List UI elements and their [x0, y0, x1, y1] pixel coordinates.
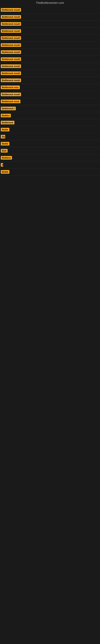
list-item: Bottleneck result [0, 20, 100, 28]
list-item: Bottle [0, 140, 100, 147]
bottleneck-result-badge[interactable]: Bottleneck result [1, 72, 21, 75]
list-item: Bott [0, 147, 100, 154]
list-item: Bottlen [0, 112, 100, 119]
list-item: Bottleneck result [0, 56, 100, 63]
list-item: Bottleneck result [0, 70, 100, 77]
bottleneck-result-badge[interactable]: Bottlen [1, 114, 11, 117]
list-item: Bottleneck result [0, 77, 100, 84]
list-item: Bottleneck [0, 119, 100, 126]
bottleneck-result-badge[interactable]: Bottleneck r [1, 107, 16, 110]
bottleneck-result-badge[interactable]: Bottlens [1, 156, 12, 160]
list-item: Bottlens [0, 154, 100, 162]
bottleneck-result-badge[interactable]: Bottleneck resu [1, 86, 20, 89]
bottleneck-result-badge[interactable]: Bottleneck result [1, 36, 21, 40]
bottleneck-result-badge[interactable]: Bottle [1, 170, 9, 174]
bottleneck-result-badge[interactable]: Bottleneck result [1, 8, 21, 12]
list-item: Bottleneck r [0, 105, 100, 112]
bottleneck-result-badge[interactable]: Bottleneck result [1, 92, 21, 96]
bottleneck-result-badge[interactable]: Bottleneck result [1, 78, 21, 82]
list-item: Bottleneck result [0, 6, 100, 14]
site-title: TheBottlenecker.com [0, 0, 100, 6]
bottleneck-result-badge[interactable]: Bottle [1, 142, 9, 146]
list-item: Bo [0, 133, 100, 140]
list-item: Bottle [0, 168, 100, 176]
bottleneck-result-badge[interactable]: Bottleneck result [1, 22, 21, 26]
bottleneck-result-badge[interactable]: Bottleneck result [1, 15, 21, 19]
list-item: B [0, 162, 100, 168]
list-item: Bottleneck result [0, 91, 100, 98]
list-item: Bottle [0, 126, 100, 133]
bottleneck-result-badge[interactable]: Bottle [1, 128, 9, 132]
list-item: Bottleneck result [0, 34, 100, 42]
bottleneck-result-badge[interactable]: Bottleneck result [1, 29, 21, 33]
bottleneck-result-badge[interactable]: Bottleneck result [1, 50, 21, 54]
bottleneck-result-badge[interactable]: Bottleneck result [1, 64, 21, 68]
list-item: Bottleneck result [0, 14, 100, 20]
list-item: Bottleneck result [0, 42, 100, 49]
list-item: Bottleneck resu [0, 84, 100, 91]
bottleneck-result-badge[interactable]: Bottleneck result [1, 43, 21, 47]
bottleneck-result-badge[interactable]: Bottleneck resul [1, 100, 20, 103]
bottleneck-result-badge[interactable]: Bott [1, 149, 8, 152]
list-item: Bottleneck resul [0, 98, 100, 105]
bottleneck-result-badge[interactable]: B [1, 163, 3, 167]
bottleneck-result-badge[interactable]: Bottleneck result [1, 57, 21, 61]
bottleneck-result-badge[interactable]: Bo [1, 135, 5, 138]
list-item: Bottleneck result [0, 63, 100, 70]
bottleneck-result-badge[interactable]: Bottleneck [1, 121, 14, 124]
list-item: Bottleneck result [0, 49, 100, 56]
list-item: Bottleneck result [0, 28, 100, 34]
